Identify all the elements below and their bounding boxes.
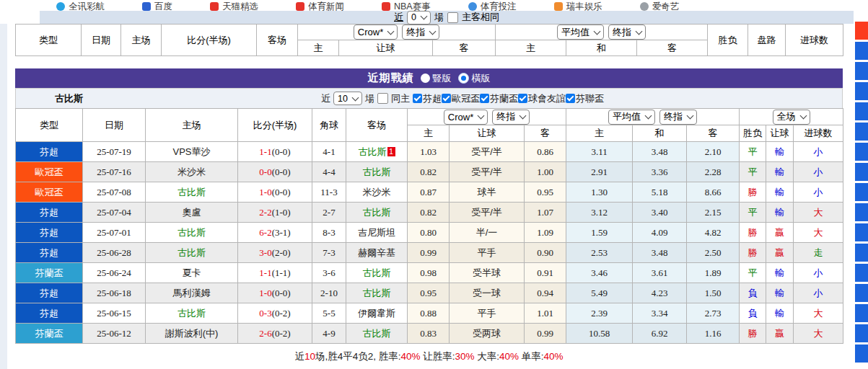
recent-results-banner: 近期戰績 豎版 橫版 — [15, 68, 843, 88]
bookmark-item[interactable]: 爱奇艺 — [640, 0, 680, 11]
result-handicap: 輸 — [766, 142, 794, 162]
odds-draw: 6.92 — [633, 324, 687, 344]
same-home-away-checkbox[interactable] — [447, 12, 458, 23]
league-type-cell: 芬超 — [16, 283, 83, 303]
rail-block[interactable] — [855, 82, 868, 100]
result-handicap: 輸 — [766, 203, 794, 223]
rail-block[interactable] — [855, 304, 868, 322]
col-score: 比分(半场) — [162, 25, 257, 56]
rail-block[interactable] — [855, 244, 868, 262]
bookmark-item[interactable]: 全讯彩航 — [56, 0, 105, 11]
league-filter[interactable]: 芬聯盃 — [566, 92, 604, 105]
result-outcome: 平 — [740, 162, 766, 182]
checkbox-checked-icon[interactable] — [480, 94, 489, 103]
odds-away: 8.66 — [687, 182, 740, 203]
away-team: 吉尼斯坦 — [346, 223, 408, 243]
near-count-select[interactable]: 0 — [407, 11, 431, 25]
col-odds-draw: 和 — [633, 125, 687, 142]
league-filter[interactable]: 球會友誼 — [518, 92, 566, 105]
league-filter[interactable]: 芬超 — [413, 92, 442, 105]
league-badge: 芬超 — [16, 303, 82, 323]
handicap-final-select[interactable]: 终指 — [492, 110, 530, 125]
near-label: 近 — [321, 92, 330, 105]
bookmark-item[interactable]: NBA赛事 — [382, 0, 431, 11]
bookmark-icon — [640, 2, 649, 11]
layout-vertical-label: 豎版 — [433, 72, 452, 85]
result-outcome: 勝 — [740, 182, 766, 203]
rail-block-red[interactable] — [855, 22, 868, 40]
checkbox-checked-icon[interactable] — [442, 94, 451, 103]
halftime-score: (0-2) — [272, 328, 291, 339]
handicap-odds-home: 0.82 — [408, 203, 450, 223]
bookmark-label: 百度 — [154, 0, 172, 11]
live-badge[interactable]: 1 — [387, 147, 395, 156]
odds-final-select[interactable]: 终指 — [659, 110, 697, 125]
halftime-score: (0-0) — [272, 288, 291, 298]
odds-source-select[interactable]: 平均值 — [608, 110, 655, 125]
odds-draw: 3.40 — [633, 203, 687, 223]
rail-block[interactable] — [855, 143, 868, 161]
col-handicap-home: 主 — [408, 125, 450, 142]
league-type-cell: 芬蘭盃 — [16, 324, 83, 344]
same-home-checkbox[interactable] — [377, 93, 388, 104]
handicap-source-select[interactable]: Crow* — [444, 110, 488, 125]
corner-score: 4-1 — [312, 142, 346, 162]
stats-segment: 场,胜4平4负2, 胜率: — [315, 351, 401, 362]
radio-selected-icon[interactable] — [458, 73, 469, 84]
team-name: 古比斯 — [55, 92, 83, 105]
rail-block[interactable] — [855, 223, 868, 241]
layout-vertical-option[interactable]: 豎版 — [421, 72, 452, 85]
league-badge: 芬超 — [16, 142, 82, 161]
bookmark-item[interactable]: 百度 — [142, 0, 172, 11]
scope-select[interactable]: 全场 — [773, 110, 810, 125]
checkbox-checked-icon[interactable] — [518, 94, 527, 103]
col-handicap-result: 盘路 — [748, 25, 786, 56]
layout-horizontal-option[interactable]: 橫版 — [458, 72, 491, 85]
result-goals: 小 — [794, 263, 843, 283]
bookmarks-bar: 全讯彩航百度天猫精选体育新闻NBA赛事体育投注瑞丰娱乐爱奇艺 — [0, 0, 868, 11]
rail-block[interactable] — [855, 203, 868, 221]
match-date: 25-06-15 — [83, 303, 146, 324]
rail-block[interactable] — [855, 284, 868, 302]
rail-block[interactable] — [855, 123, 868, 141]
stats-segment: 40% — [544, 351, 564, 362]
home-team: 夏卡 — [146, 263, 238, 283]
league-badge: 芬超 — [16, 223, 82, 242]
filter-count-select[interactable]: 10 — [333, 92, 362, 105]
handicap-line: 受一球 — [450, 283, 525, 303]
match-score: 1-0(0-0) — [238, 283, 312, 303]
odds-source-select[interactable]: 平均值 — [557, 25, 604, 40]
result-outcome: 平 — [740, 263, 766, 283]
bookmark-item[interactable]: 瑞丰娱乐 — [554, 0, 602, 11]
bookmark-item[interactable]: 天猫精选 — [210, 0, 258, 11]
league-filter[interactable]: 歐冠盃 — [442, 92, 480, 105]
halftime-score: (1-1) — [272, 267, 291, 278]
filter-controls: 近 10 場 同主 芬超歐冠盃芬蘭盃球會友誼芬聯盃 — [83, 92, 842, 105]
league-filter[interactable]: 芬蘭盃 — [480, 92, 518, 105]
rail-block[interactable] — [855, 42, 868, 60]
team-filter-bar: 古比斯 近 10 場 同主 芬超歐冠盃芬蘭盃球會友誼芬聯盃 — [15, 88, 843, 108]
rail-block[interactable] — [855, 264, 868, 282]
rail-block[interactable] — [855, 344, 868, 363]
handicap-line: 半/一 — [450, 223, 525, 243]
league-type-cell: 芬超 — [16, 142, 83, 162]
match-row: 芬超25-07-19VPS華沙1-1(0-0)4-1古比斯11.03受平/半0.… — [16, 142, 843, 162]
rail-block[interactable] — [855, 324, 868, 342]
rail-block[interactable] — [855, 163, 868, 181]
rail-block[interactable] — [855, 102, 868, 120]
odds-final-select[interactable]: 终指 — [608, 25, 646, 40]
handicap-final-select[interactable]: 终指 — [402, 25, 439, 40]
checkbox-checked-icon[interactable] — [566, 94, 575, 103]
rail-block[interactable] — [855, 183, 868, 201]
odds-draw: 4.09 — [633, 223, 687, 243]
handicap-source-select[interactable]: Crow* — [354, 25, 398, 40]
match-count-bar: 近 0 場 主客相同 — [40, 11, 854, 24]
bookmark-item[interactable]: 体育新闻 — [296, 0, 344, 11]
same-home-label: 同主 — [391, 92, 410, 105]
col-odds-away: 客 — [637, 40, 708, 56]
result-goals: 大 — [794, 203, 843, 223]
rail-block[interactable] — [855, 62, 868, 80]
checkbox-checked-icon[interactable] — [413, 94, 422, 103]
radio-unselected-icon[interactable] — [421, 74, 430, 83]
bookmark-item[interactable]: 体育投注 — [468, 0, 517, 11]
